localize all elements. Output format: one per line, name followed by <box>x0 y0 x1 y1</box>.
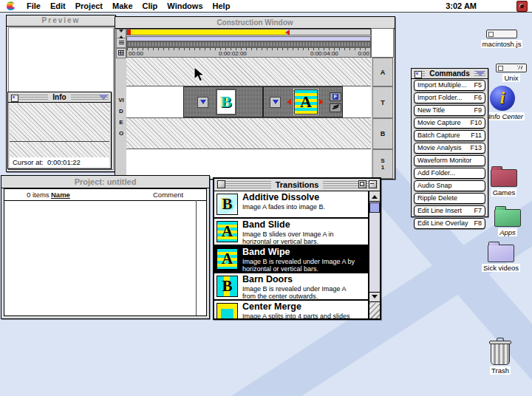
column-header-name[interactable]: Name <box>51 189 70 200</box>
command-button-audio-snap[interactable]: Audio Snap <box>414 180 485 191</box>
folder-icon <box>494 209 521 227</box>
construction-window[interactable]: Construction Window VIDEO 00:00 0:00:02:… <box>115 16 395 180</box>
work-area-start-marker[interactable] <box>127 30 131 35</box>
application-menu-icon[interactable] <box>516 1 528 12</box>
preview-indicator-strip <box>126 41 371 47</box>
scrollbar-thumb[interactable] <box>369 202 380 213</box>
direction-arrow-right-icon <box>319 99 327 105</box>
command-button-import-multiple[interactable]: Import Multiple...F5 <box>414 80 485 91</box>
command-button-new-title[interactable]: New TitleF9 <box>414 105 485 116</box>
superimpose-track-s1[interactable] <box>126 149 371 179</box>
transition-item-band-slide[interactable]: A Band Slide Image B slides over Image A… <box>214 219 368 246</box>
commands-title-bar[interactable]: Commands <box>412 69 488 79</box>
menu-windows[interactable]: Windows <box>167 1 202 10</box>
icon-label: Unix <box>502 74 519 82</box>
time-ruler[interactable]: 00:00 0:00:02:00 0:00:04:00 0:00 <box>126 47 371 58</box>
transition-name: Center Merge <box>242 302 368 312</box>
transition-track-t[interactable]: B A F <box>126 86 371 118</box>
collapse-triangle-icon[interactable] <box>476 71 485 76</box>
desktop-icon-unix[interactable]: Unix <box>484 64 532 82</box>
transition-preview-icon: B <box>216 194 238 215</box>
menu-clock[interactable]: 3:02 AM <box>446 1 477 10</box>
ruler-label: 0:00:04:00 <box>310 50 338 57</box>
desktop-icon-sick-videos[interactable]: Sick videos <box>474 245 528 272</box>
window-title: Preview <box>38 16 85 24</box>
command-button-ripple-delete[interactable]: Ripple Delete <box>414 193 485 204</box>
menu-bar: File Edit Project Make Clip Windows Help… <box>0 0 532 13</box>
close-box-icon[interactable] <box>217 180 225 188</box>
items-count: 0 items <box>27 189 50 200</box>
command-button-movie-analysis[interactable]: Movie AnalysisF13 <box>414 143 485 154</box>
folder-icon <box>488 245 514 262</box>
track-width-tool-icon[interactable] <box>117 38 126 47</box>
edit-line-strip[interactable] <box>126 36 371 41</box>
command-button-waveform-monitor[interactable]: Waveform Monitor <box>414 155 485 166</box>
preview-title-bar[interactable]: Preview <box>7 16 115 27</box>
time-unit-grid-icon[interactable] <box>116 48 126 58</box>
zoom-box-icon[interactable] <box>358 180 366 188</box>
menu-help[interactable]: Help <box>213 1 231 10</box>
video-track-a[interactable] <box>126 58 371 86</box>
track-label-s1[interactable]: S1 <box>372 149 393 179</box>
work-area-end-marker[interactable] <box>282 30 290 35</box>
menu-edit[interactable]: Edit <box>50 1 66 10</box>
info-title-bar[interactable]: Info <box>8 92 111 103</box>
command-button-edit-line-insert[interactable]: Edit Line InsertF7 <box>414 205 485 216</box>
transition-item-center-merge[interactable]: Center Merge Image A splits into 4 parts… <box>214 301 368 318</box>
column-header-comment[interactable]: Comment <box>153 189 183 200</box>
column-divider <box>196 200 197 315</box>
vertical-scrollbar[interactable] <box>368 191 380 318</box>
icon-label: macintosh.js <box>481 40 523 48</box>
command-button-edit-line-overlay[interactable]: Edit Line OverlayF8 <box>414 218 485 229</box>
transitions-title-bar[interactable]: Transitions <box>214 179 380 191</box>
track-label-t[interactable]: T <box>372 86 393 118</box>
transition-item-band-wipe-selected[interactable]: A Band Wipe Image B is revealed under Im… <box>214 246 368 273</box>
menu-project[interactable]: Project <box>75 1 103 10</box>
transition-clip-band-wipe-selected[interactable]: A F <box>263 86 343 117</box>
track-select-arrow-button[interactable] <box>197 97 208 108</box>
menu-file[interactable]: File <box>27 1 41 10</box>
folder-icon <box>491 169 517 187</box>
scroll-down-arrow-icon[interactable] <box>369 292 380 302</box>
transition-item-additive-dissolve[interactable]: B Additive Dissolve Image A fades into i… <box>214 191 368 219</box>
command-button-movie-capture[interactable]: Movie CaptureF10 <box>414 117 485 129</box>
apple-menu-icon[interactable] <box>7 1 15 10</box>
scroll-up-arrow-icon[interactable] <box>369 191 380 202</box>
command-button-import-folder[interactable]: Import Folder...F6 <box>414 92 485 103</box>
track-label-a[interactable]: A <box>372 58 393 86</box>
menu-clip[interactable]: Clip <box>143 1 158 10</box>
work-area-bar[interactable] <box>126 29 371 35</box>
project-title-bar[interactable]: Project: untitled <box>1 176 209 188</box>
track-label-b[interactable]: B <box>372 118 393 149</box>
icon-label: Sick videos <box>482 264 520 272</box>
track-select-arrow-button[interactable] <box>270 97 281 108</box>
video-track-b[interactable] <box>126 118 371 149</box>
work-area-range[interactable] <box>127 30 286 35</box>
transition-item-barn-doors[interactable]: B Barn Doors Image B is revealed under I… <box>214 273 368 301</box>
transition-description: Image A fades into image B. <box>242 203 359 211</box>
collapse-triangle-icon[interactable] <box>99 95 108 100</box>
transitions-list: B Additive Dissolve Image A fades into i… <box>214 191 368 318</box>
commands-palette[interactable]: Commands Import Multiple...F5 Import Fol… <box>411 68 488 217</box>
collapsed-window-icon <box>486 30 517 38</box>
info-palette[interactable]: Info Cursor at: 0:00:01:22 <box>7 92 112 169</box>
transition-clip-additive-dissolve[interactable]: B <box>183 86 263 117</box>
transition-preview-icon: A <box>216 221 238 242</box>
menu-make[interactable]: Make <box>112 1 133 10</box>
command-button-add-folder[interactable]: Add Folder... <box>414 168 485 179</box>
windowshade-box-icon[interactable] <box>369 180 377 188</box>
window-resize-grip[interactable] <box>369 303 380 318</box>
project-window[interactable]: Project: untitled 0 items Name Comment <box>1 175 210 319</box>
desktop-icon-trash[interactable]: Trash <box>473 343 528 375</box>
palette-icon <box>11 95 18 102</box>
funnel-tool-icon[interactable] <box>117 30 126 38</box>
antialias-toggle-button[interactable] <box>330 103 341 112</box>
command-button-batch-capture[interactable]: Batch CaptureF11 <box>414 130 485 141</box>
forward-toggle-button[interactable]: F <box>330 92 341 101</box>
transitions-window[interactable]: Transitions B Additive Dissolve Image A … <box>213 177 381 320</box>
icon-label: Trash <box>490 366 511 375</box>
construction-title-bar[interactable]: Construction Window <box>115 17 395 29</box>
ruler-corner-box <box>371 28 394 58</box>
desktop-icon-macintosh-js[interactable]: macintosh.js <box>474 30 529 48</box>
info-sphere-icon: i <box>490 86 515 111</box>
